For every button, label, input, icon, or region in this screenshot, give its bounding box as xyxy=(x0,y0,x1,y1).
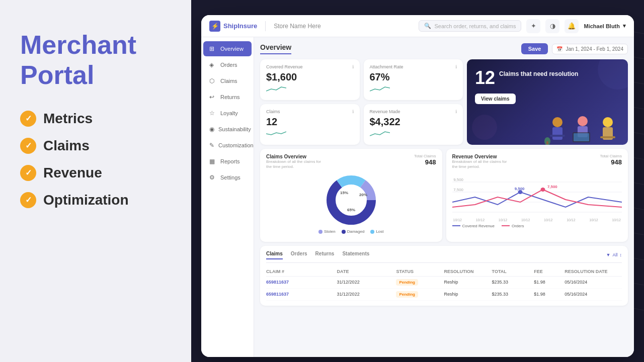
claim-fee-2: $1.98 xyxy=(534,292,562,297)
legend-lost: Lost xyxy=(370,229,383,234)
sidebar-item-overview[interactable]: ⊞ Overview xyxy=(203,41,252,56)
line-chart-svg: 9,500 7,500 9,500 xyxy=(452,172,622,217)
claims-overview-title: Claims Overview xyxy=(266,154,327,159)
check-icon-claims xyxy=(20,138,36,154)
line-chart-legend: Covered Revenue Orders xyxy=(452,224,622,228)
svg-point-7 xyxy=(603,117,613,127)
svg-rect-1 xyxy=(552,127,562,140)
claim-resdate-2: 05/16/2024 xyxy=(565,292,622,297)
settings-icon-btn[interactable]: ✦ xyxy=(526,19,540,33)
sidebar-item-sustainability[interactable]: ◉ Sustainability xyxy=(203,122,252,137)
sidebar-label-orders: Orders xyxy=(220,62,237,68)
date-range-text: Jan 1, 2024 - Feb 1, 2024 xyxy=(566,46,623,52)
tab-returns[interactable]: Returns xyxy=(315,251,335,259)
sidebar-label-sustainability: Sustainability xyxy=(218,126,251,132)
claim-fee-1: $1.98 xyxy=(534,280,562,285)
covered-revenue-label: Covered Revenue xyxy=(266,64,303,69)
feature-revenue: Revenue xyxy=(20,165,171,181)
feature-label-claims: Claims xyxy=(43,138,90,154)
sidebar-label-customization: Customization xyxy=(218,142,254,148)
topbar: ShipInsure Store Name Here 🔍 Search orde… xyxy=(201,15,634,37)
search-box[interactable]: 🔍 Search order, returns, and claims xyxy=(419,20,521,32)
sidebar-item-settings[interactable]: ⚙ Settings xyxy=(203,170,252,185)
col-fee: Fee xyxy=(534,269,562,274)
tab-statements[interactable]: Statements xyxy=(342,251,369,259)
page-title: Merchant Portal xyxy=(20,30,171,90)
content-area: Overview Save 📅 Jan 1, 2024 - Feb 1, 202… xyxy=(254,37,634,357)
sidebar-item-orders[interactable]: ◈ Orders xyxy=(203,57,252,72)
line-chart-container: 9,500 7,500 9,500 xyxy=(452,172,622,217)
chevron-down-icon: ▾ xyxy=(623,23,626,29)
sidebar-label-claims: Claims xyxy=(220,78,237,84)
attachment-rate-trend xyxy=(370,85,457,95)
tab-claims[interactable]: Claims xyxy=(266,251,283,259)
revenue-total-label: Total Claims xyxy=(600,154,622,158)
orders-icon: ◈ xyxy=(209,61,216,68)
top-row: Covered Revenue ℹ $1,600 Attachment Rate xyxy=(260,59,628,145)
save-button[interactable]: Save xyxy=(521,43,548,54)
svg-text:9,500: 9,500 xyxy=(514,187,524,191)
customization-icon: ✎ xyxy=(209,142,214,149)
col-status: Status xyxy=(396,269,442,274)
sidebar-item-loyalty[interactable]: ☆ Loyalty xyxy=(203,106,252,121)
feature-label-revenue: Revenue xyxy=(43,165,102,181)
tab-orders[interactable]: Orders xyxy=(291,251,307,259)
svg-rect-11 xyxy=(546,141,548,144)
x-label-1: 10/12 xyxy=(453,218,462,222)
claims-total-value: 948 xyxy=(414,158,436,166)
claim-id-1[interactable]: 659811637 xyxy=(266,280,335,285)
metric-covered-revenue: Covered Revenue ℹ $1,600 xyxy=(260,59,360,100)
user-chip[interactable]: Michael Bluth ▾ xyxy=(584,23,626,29)
claims-filter[interactable]: ▼ All ↕ xyxy=(606,251,622,259)
illustration-svg xyxy=(542,107,623,145)
donut-chart-container: 15% 20% 65% Stolen Damaged Lost xyxy=(266,172,436,237)
date-range[interactable]: 📅 Jan 1, 2024 - Feb 1, 2024 xyxy=(552,44,628,54)
col-resolution: Resolution xyxy=(444,269,490,274)
claim-id-2[interactable]: 659811637 xyxy=(266,292,335,297)
settings-icon: ⚙ xyxy=(209,174,216,181)
attachment-rate-value: 67% xyxy=(370,71,457,83)
feature-label-optimization: Optimization xyxy=(43,192,129,208)
sidebar-item-returns[interactable]: ↩ Returns xyxy=(203,89,252,105)
sidebar-item-reports[interactable]: ▦ Reports xyxy=(203,154,252,169)
sidebar-label-reports: Reports xyxy=(220,158,240,164)
svg-rect-2 xyxy=(550,135,565,137)
sidebar-item-customization[interactable]: ✎ Customization xyxy=(203,138,252,153)
claims-info-icon: ℹ xyxy=(352,109,354,114)
claims-section: Claims Orders Returns Statements ▼ All ↕… xyxy=(260,246,628,306)
feature-label-metrics: Metrics xyxy=(43,111,93,127)
logo-area: ShipInsure xyxy=(209,21,257,32)
returns-icon: ↩ xyxy=(209,94,216,101)
revenue-overview-card: Revenue Overview Breakdown of all the cl… xyxy=(446,149,628,242)
search-placeholder: Search order, returns, and claims xyxy=(434,23,516,29)
notification-icon-btn[interactable]: 🔔 xyxy=(565,19,579,33)
sort-icon: ↕ xyxy=(620,252,622,257)
revenue-total-value: 948 xyxy=(600,158,622,166)
svg-text:9,500: 9,500 xyxy=(453,177,463,182)
table-row: 659811637 31/12/2022 Pending Reship $235… xyxy=(266,277,622,289)
section-title: Overview xyxy=(260,43,291,54)
claims-overview-subtitle: Breakdown of all the claims for the time… xyxy=(266,159,327,170)
claims-overview-card: Claims Overview Breakdown of all the cla… xyxy=(260,149,442,242)
search-icon: 🔍 xyxy=(424,23,431,29)
x-label-3: 10/12 xyxy=(499,218,508,222)
legend-covered-revenue: Covered Revenue xyxy=(452,224,495,228)
hero-text: Claims that need resolution xyxy=(499,70,578,78)
claim-resdate-1: 05/16/2024 xyxy=(565,280,622,285)
metric-claims: Claims ℹ 12 xyxy=(260,104,360,145)
svg-point-26 xyxy=(540,188,545,192)
hero-illustration xyxy=(542,105,623,145)
hero-number: 12 xyxy=(475,67,495,88)
claim-total-1: $235.33 xyxy=(492,280,532,285)
sidebar-item-claims[interactable]: ⬡ Claims xyxy=(203,73,252,88)
svg-rect-9 xyxy=(600,136,615,138)
revenue-made-info-icon: ℹ xyxy=(455,109,457,114)
filter-icon: ▼ xyxy=(606,252,611,257)
claims-tabs: Claims Orders Returns Statements ▼ All ↕ xyxy=(266,251,622,263)
x-label-5: 10/12 xyxy=(544,218,553,222)
content-header: Overview Save 📅 Jan 1, 2024 - Feb 1, 202… xyxy=(260,43,628,54)
col-date: Date xyxy=(337,269,394,274)
theme-icon-btn[interactable]: ◑ xyxy=(545,19,559,33)
view-claims-button[interactable]: View claims xyxy=(475,94,516,104)
dashboard-card: ShipInsure Store Name Here 🔍 Search orde… xyxy=(201,15,634,357)
